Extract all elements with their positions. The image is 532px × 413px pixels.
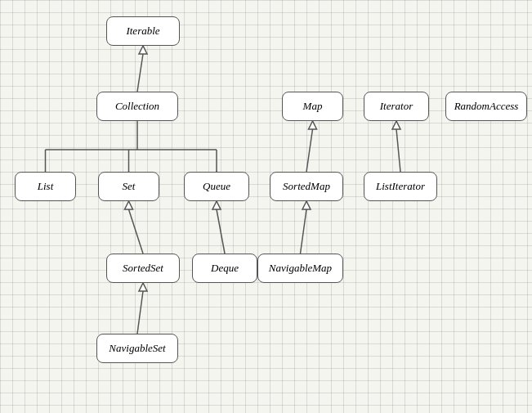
svg-line-2 (129, 209, 144, 254)
svg-marker-7 (139, 283, 147, 291)
node-listiterator: ListIterator (364, 172, 437, 201)
node-sortedset: SortedSet (106, 254, 180, 283)
svg-line-12 (301, 209, 307, 254)
node-map: Map (282, 92, 343, 121)
svg-line-8 (306, 129, 313, 172)
svg-marker-9 (309, 121, 317, 129)
svg-marker-13 (302, 201, 311, 209)
svg-line-10 (396, 129, 400, 172)
node-sortedmap: SortedMap (270, 172, 343, 201)
node-deque: Deque (192, 254, 257, 283)
svg-marker-3 (125, 201, 133, 209)
node-queue: Queue (184, 172, 249, 201)
svg-line-6 (137, 291, 143, 334)
node-set: Set (98, 172, 159, 201)
node-iterable: Iterable (106, 16, 180, 46)
svg-marker-5 (212, 201, 221, 209)
svg-marker-11 (392, 121, 400, 129)
svg-marker-1 (139, 46, 147, 54)
arrows-layer (0, 0, 532, 413)
node-navigablemap: NavigableMap (257, 254, 343, 283)
diagram-canvas: IterableCollectionListSetQueueSortedSetD… (0, 0, 532, 413)
node-list: List (15, 172, 76, 201)
node-randomaccess: RandomAccess (445, 92, 527, 121)
node-iterator: Iterator (364, 92, 429, 121)
node-collection: Collection (96, 92, 178, 121)
node-navigableset: NavigableSet (96, 334, 178, 363)
svg-line-4 (217, 209, 225, 254)
svg-line-0 (137, 54, 143, 92)
